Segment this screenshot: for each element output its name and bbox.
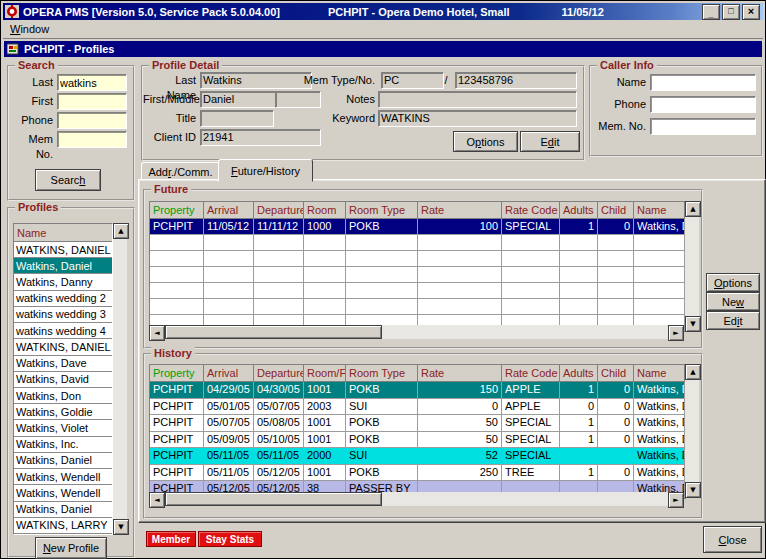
column-header: Arrival: [204, 365, 254, 382]
history-table-header: PropertyArrivalDepartureRoom/Fol.Room Ty…: [150, 365, 685, 382]
table-row[interactable]: PCHPIT05/11/0505/12/051001POKB250TREE10W…: [150, 465, 685, 482]
table-row[interactable]: PCHPIT11/05/1211/11/121000POKB100SPECIAL…: [150, 219, 685, 235]
list-item[interactable]: watkins wedding 3: [14, 307, 112, 323]
column-header: Arrival: [204, 202, 254, 219]
mem-no-label: Mem No.: [9, 132, 53, 162]
minimize-button[interactable]: _: [702, 4, 720, 20]
list-item[interactable]: WATKINS, LARRY: [14, 518, 112, 534]
search-last-input[interactable]: [57, 74, 127, 91]
keyword-label: Keyword: [303, 111, 375, 126]
profiles-scrollbar[interactable]: ▲ ▼: [113, 223, 127, 535]
table-row[interactable]: PCHPIT05/11/0505/11/052000SUI52SPECIALWa…: [150, 448, 685, 465]
scroll-up-icon[interactable]: ▲: [685, 364, 701, 380]
search-first-input[interactable]: [57, 93, 127, 110]
caller-name-label: Name: [591, 75, 646, 90]
tab-future-history[interactable]: Future/History: [218, 159, 313, 182]
list-item[interactable]: Watkins, David: [14, 372, 112, 388]
future-hscrollbar[interactable]: ◄ ►: [149, 325, 684, 339]
table-row[interactable]: PCHPIT05/07/0505/08/051001POKB50SPECIAL1…: [150, 415, 685, 432]
column-header: Room Type: [346, 202, 418, 219]
side-edit-button[interactable]: Edit: [706, 311, 760, 330]
table-row[interactable]: PCHPIT05/09/0505/10/051001POKB50SPECIAL1…: [150, 432, 685, 449]
list-item[interactable]: Watkins, Daniel: [14, 502, 112, 518]
column-header: Room: [304, 202, 346, 219]
search-mem-input[interactable]: [57, 131, 127, 148]
scroll-up-icon[interactable]: ▲: [685, 201, 701, 217]
search-phone-input[interactable]: [57, 112, 127, 129]
first-middle-label: First/Middle: [143, 92, 196, 107]
profiles-window-icon: [7, 43, 20, 55]
column-header: Departure: [254, 365, 304, 382]
list-item[interactable]: Watkins, Daniel: [14, 453, 112, 469]
detail-options-button[interactable]: Options: [453, 131, 518, 152]
new-profile-button[interactable]: New Profile: [35, 537, 107, 559]
side-new-button[interactable]: New: [706, 292, 760, 311]
history-vscrollbar[interactable]: ▲ ▼: [685, 364, 699, 498]
list-item[interactable]: WATKINS, DANIEL: [14, 242, 112, 258]
phone-label: Phone: [9, 113, 53, 128]
profiles-list-rows: WATKINS, DANIELWatkins, DanielWatkins, D…: [14, 242, 112, 534]
mem-no-field: 123458796: [455, 72, 577, 89]
scrollbar-thumb[interactable]: [165, 325, 382, 339]
table-row-empty: [150, 283, 685, 299]
maximize-button[interactable]: □: [722, 4, 740, 20]
table-row[interactable]: PCHPIT04/29/0504/30/051001POKB150APPLE10…: [150, 382, 685, 399]
client-id-label: Client ID: [143, 130, 196, 145]
list-item[interactable]: Watkins, Dave: [14, 356, 112, 372]
list-item[interactable]: WATKINS, DANIEL: [14, 339, 112, 355]
caller-mem-input[interactable]: [650, 118, 756, 135]
list-item[interactable]: watkins wedding 2: [14, 291, 112, 307]
list-item[interactable]: watkins wedding 4: [14, 323, 112, 339]
app-icon: [5, 5, 19, 18]
first-label: First: [9, 94, 53, 109]
scroll-down-icon[interactable]: ▼: [685, 316, 701, 332]
search-groupbox: Search Last First Phone Mem No. Search: [7, 65, 135, 201]
scroll-down-icon[interactable]: ▼: [685, 482, 701, 498]
title-field: [200, 110, 274, 127]
scroll-left-icon[interactable]: ◄: [149, 325, 165, 341]
caller-mem-label: Mem. No.: [591, 119, 646, 134]
history-hscrollbar[interactable]: ◄ ►: [149, 492, 684, 506]
caller-phone-input[interactable]: [650, 96, 756, 113]
caller-name-input[interactable]: [650, 74, 756, 91]
close-window-button[interactable]: ×: [742, 4, 760, 20]
table-row-empty: [150, 235, 685, 251]
future-group-title: Future: [151, 183, 191, 196]
stay-stats-button[interactable]: Stay Stats: [198, 531, 262, 547]
list-item[interactable]: Watkins, Goldie: [14, 404, 112, 420]
business-date: 11/05/12: [562, 6, 604, 18]
side-options-button[interactable]: Options: [706, 273, 760, 292]
close-button[interactable]: Close: [703, 526, 762, 553]
list-item[interactable]: Watkins, Wendell: [14, 485, 112, 501]
column-header: Adults: [560, 365, 598, 382]
list-item[interactable]: Watkins, Don: [14, 388, 112, 404]
mem-separator: /: [442, 73, 450, 88]
table-row-empty: [150, 251, 685, 267]
detail-edit-button[interactable]: Edit: [520, 131, 580, 152]
list-item[interactable]: Watkins, Daniel: [14, 258, 112, 274]
future-vscrollbar[interactable]: ▲ ▼: [685, 201, 699, 332]
scrollbar-thumb[interactable]: [165, 492, 382, 506]
history-table: PropertyArrivalDepartureRoom/Fol.Room Ty…: [149, 364, 686, 499]
search-group-title: Search: [15, 59, 58, 72]
scroll-right-icon[interactable]: ►: [668, 325, 684, 341]
scroll-up-icon[interactable]: ▲: [113, 223, 129, 239]
title-bar: OPERA PMS [Version 5.0, Service Pack 5.0…: [3, 3, 763, 20]
caller-info-group-title: Caller Info: [597, 59, 657, 72]
table-row[interactable]: PCHPIT05/01/0505/07/052003SUI0APPLE00Wat…: [150, 399, 685, 416]
keyword-field: WATKINS: [378, 110, 577, 127]
column-header: Departure: [254, 202, 304, 219]
list-item[interactable]: Watkins, Wendell: [14, 469, 112, 485]
list-item[interactable]: Watkins, Danny: [14, 274, 112, 290]
scroll-down-icon[interactable]: ▼: [113, 519, 129, 535]
inner-window-title-bar: PCHPIT - Profiles: [4, 41, 762, 57]
list-item[interactable]: Watkins, Inc.: [14, 437, 112, 453]
column-header: Rate Code: [502, 202, 560, 219]
scroll-right-icon[interactable]: ►: [668, 492, 684, 508]
menu-item-window[interactable]: Window: [10, 23, 49, 35]
scroll-left-icon[interactable]: ◄: [149, 492, 165, 508]
search-button[interactable]: Search: [35, 169, 101, 191]
future-table: PropertyArrivalDepartureRoomRoom TypeRat…: [149, 201, 686, 332]
list-item[interactable]: Watkins, Violet: [14, 420, 112, 436]
member-button[interactable]: Member: [146, 531, 196, 547]
